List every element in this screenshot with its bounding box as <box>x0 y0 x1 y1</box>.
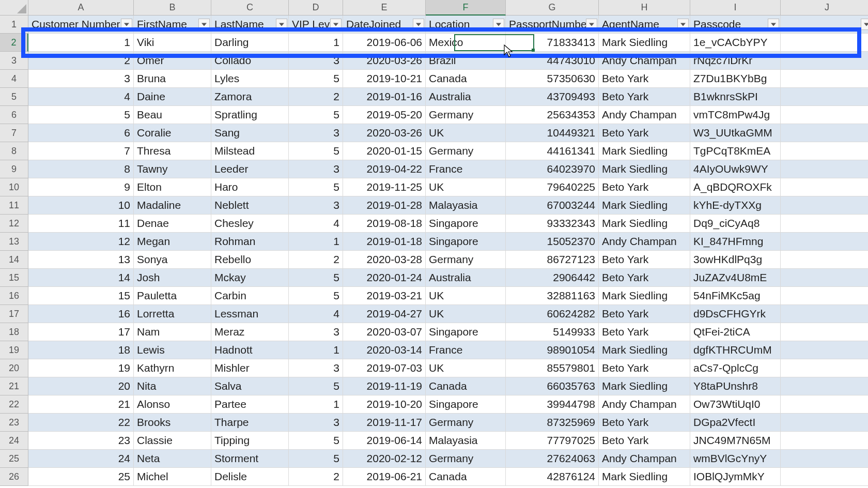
cell-H25[interactable]: Andy Champan <box>599 450 690 468</box>
cell-D11[interactable]: 3 <box>289 196 343 215</box>
cell-B19[interactable]: Lewis <box>134 341 211 359</box>
row-header-16[interactable]: 16 <box>0 287 28 305</box>
cell-C6[interactable]: Spratling <box>211 106 289 124</box>
cell-A9[interactable]: 8 <box>28 160 134 178</box>
cell-D2[interactable]: 1 <box>289 34 343 52</box>
cell-C12[interactable]: Chesley <box>211 215 289 233</box>
cell-G23[interactable]: 87325969 <box>506 414 599 432</box>
cell-J2[interactable] <box>781 34 868 52</box>
cell-C26[interactable]: Delisle <box>211 468 289 486</box>
cell-B2[interactable]: Viki <box>134 34 211 52</box>
column-header-E[interactable]: E <box>343 0 426 16</box>
cell-J17[interactable] <box>781 305 868 323</box>
cell-G22[interactable]: 39944798 <box>506 395 599 414</box>
cell-A25[interactable]: 24 <box>28 450 134 468</box>
cell-J9[interactable] <box>781 160 868 178</box>
cell-F24[interactable]: Malayasia <box>426 432 506 450</box>
cell-B5[interactable]: Daine <box>134 88 211 106</box>
cell-C2[interactable]: Darling <box>211 34 289 52</box>
filter-button-F[interactable] <box>493 19 504 30</box>
cell-H18[interactable]: Beto Yark <box>599 323 690 341</box>
row-header-15[interactable]: 15 <box>0 269 28 287</box>
cell-G8[interactable]: 44161341 <box>506 142 599 160</box>
cell-D10[interactable]: 5 <box>289 178 343 196</box>
cell-A14[interactable]: 13 <box>28 251 134 269</box>
cell-F8[interactable]: Germany <box>426 142 506 160</box>
header-cell-C[interactable]: LastName <box>211 16 289 34</box>
filter-button-J[interactable] <box>861 19 868 30</box>
header-cell-B[interactable]: FirstName <box>134 16 211 34</box>
cell-I3[interactable]: rNqzc7iDrKr <box>690 52 781 70</box>
cell-E20[interactable]: 2019-07-03 <box>343 359 426 377</box>
cell-A6[interactable]: 5 <box>28 106 134 124</box>
cell-C4[interactable]: Lyles <box>211 70 289 88</box>
cell-H14[interactable]: Beto Yark <box>599 251 690 269</box>
cell-F21[interactable]: Canada <box>426 377 506 395</box>
cell-I4[interactable]: Z7Du1BKYbBg <box>690 70 781 88</box>
cell-G20[interactable]: 85579801 <box>506 359 599 377</box>
cell-B25[interactable]: Neta <box>134 450 211 468</box>
cell-E8[interactable]: 2020-01-15 <box>343 142 426 160</box>
cell-F22[interactable]: Singapore <box>426 395 506 414</box>
cell-J22[interactable] <box>781 395 868 414</box>
cell-C10[interactable]: Haro <box>211 178 289 196</box>
cell-E24[interactable]: 2019-06-14 <box>343 432 426 450</box>
cell-I22[interactable]: Ow73WtiUqI0 <box>690 395 781 414</box>
cell-B14[interactable]: Sonya <box>134 251 211 269</box>
cell-B21[interactable]: Nita <box>134 377 211 395</box>
row-header-10[interactable]: 10 <box>0 178 28 196</box>
cell-J13[interactable] <box>781 233 868 251</box>
column-header-A[interactable]: A <box>28 0 134 16</box>
cell-J18[interactable] <box>781 323 868 341</box>
cell-H15[interactable]: Beto Yark <box>599 269 690 287</box>
cell-D24[interactable]: 5 <box>289 432 343 450</box>
cell-E5[interactable]: 2019-01-16 <box>343 88 426 106</box>
row-header-4[interactable]: 4 <box>0 70 28 88</box>
row-header-1[interactable]: 1 <box>0 16 28 34</box>
cell-H24[interactable]: Beto Yark <box>599 432 690 450</box>
header-cell-E[interactable]: DateJoined <box>343 16 426 34</box>
cell-F4[interactable]: Canada <box>426 70 506 88</box>
cell-B8[interactable]: Thresa <box>134 142 211 160</box>
cell-C7[interactable]: Sang <box>211 124 289 142</box>
cell-H8[interactable]: Mark Siedling <box>599 142 690 160</box>
filter-button-E[interactable] <box>413 19 424 30</box>
header-cell-D[interactable]: VIP Level <box>289 16 343 34</box>
cell-G4[interactable]: 57350630 <box>506 70 599 88</box>
row-header-21[interactable]: 21 <box>0 377 28 395</box>
cell-A21[interactable]: 20 <box>28 377 134 395</box>
column-header-C[interactable]: C <box>211 0 289 16</box>
cell-A13[interactable]: 12 <box>28 233 134 251</box>
cell-D26[interactable]: 2 <box>289 468 343 486</box>
cell-A26[interactable]: 25 <box>28 468 134 486</box>
cell-G21[interactable]: 66035763 <box>506 377 599 395</box>
cell-G19[interactable]: 98901054 <box>506 341 599 359</box>
cell-D3[interactable]: 3 <box>289 52 343 70</box>
column-header-F[interactable]: F <box>426 0 506 16</box>
cell-E13[interactable]: 2019-01-18 <box>343 233 426 251</box>
cell-H6[interactable]: Andy Champan <box>599 106 690 124</box>
cell-H9[interactable]: Mark Siedling <box>599 160 690 178</box>
cell-D23[interactable]: 3 <box>289 414 343 432</box>
row-header-14[interactable]: 14 <box>0 251 28 269</box>
cell-B3[interactable]: Omer <box>134 52 211 70</box>
cell-F3[interactable]: Brazil <box>426 52 506 70</box>
filter-button-A[interactable] <box>121 19 132 30</box>
cell-H16[interactable]: Mark Siedling <box>599 287 690 305</box>
cell-I11[interactable]: kYhE-dyTXXg <box>690 196 781 215</box>
cell-I2[interactable]: 1e_vCACbYPY <box>690 34 781 52</box>
cell-C9[interactable]: Leeder <box>211 160 289 178</box>
row-header-6[interactable]: 6 <box>0 106 28 124</box>
cell-H23[interactable]: Beto Yark <box>599 414 690 432</box>
cell-E7[interactable]: 2020-03-26 <box>343 124 426 142</box>
cell-B22[interactable]: Alonso <box>134 395 211 414</box>
cell-G26[interactable]: 42876124 <box>506 468 599 486</box>
cell-A15[interactable]: 14 <box>28 269 134 287</box>
cell-B18[interactable]: Nam <box>134 323 211 341</box>
row-header-12[interactable]: 12 <box>0 215 28 233</box>
row-header-24[interactable]: 24 <box>0 432 28 450</box>
cell-E22[interactable]: 2019-10-20 <box>343 395 426 414</box>
cell-A24[interactable]: 23 <box>28 432 134 450</box>
cell-C22[interactable]: Partee <box>211 395 289 414</box>
cell-A10[interactable]: 9 <box>28 178 134 196</box>
